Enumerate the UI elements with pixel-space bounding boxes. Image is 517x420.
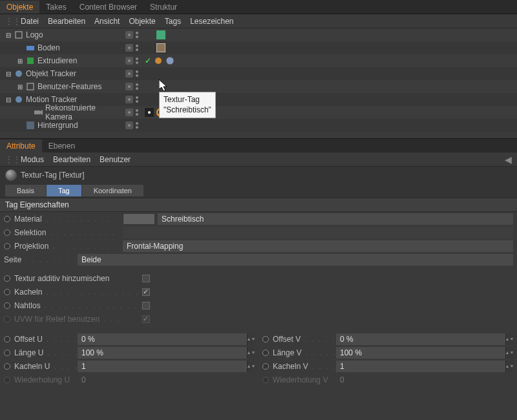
- target-tag-icon[interactable]: [145, 108, 154, 117]
- checkbox-textur-additiv[interactable]: [142, 275, 150, 282]
- sphere-tag-icon[interactable]: [165, 56, 174, 65]
- layer-flag-icon[interactable]: [125, 83, 133, 90]
- expander-icon[interactable]: ⊟: [5, 32, 12, 39]
- spinner-buttons[interactable]: ▲▼: [247, 333, 255, 345]
- menu-benutzer[interactable]: Benutzer: [100, 155, 131, 164]
- projektion-value[interactable]: Frontal-Mapping: [123, 240, 513, 252]
- spinner-buttons[interactable]: ▲▼: [505, 333, 513, 345]
- prop-offset-v: Offset V. . . . .0 %▲▼: [258, 332, 517, 346]
- tree-row-benutzer-features[interactable]: ⊞Benutzer-Features: [0, 80, 517, 93]
- visibility-dots-icon[interactable]: [136, 96, 142, 103]
- menu-modus[interactable]: Modus: [21, 155, 44, 164]
- offset-v-input[interactable]: 0 %: [336, 333, 505, 345]
- layer-flag-icon[interactable]: [125, 57, 133, 65]
- visibility-dots-icon[interactable]: [136, 57, 142, 65]
- material-value[interactable]: Schreibtisch: [158, 213, 513, 225]
- tree-row-hintergrund[interactable]: Hintergrund: [0, 119, 517, 132]
- seite-value[interactable]: Beide: [78, 254, 513, 266]
- spinner-buttons[interactable]: ▲▼: [247, 361, 255, 372]
- kacheln-u-input[interactable]: 1: [78, 361, 247, 372]
- prop-textur-additiv: Textur additiv hinzumischen: [0, 271, 517, 285]
- layer-flag-icon[interactable]: [125, 44, 133, 52]
- tab-objekte[interactable]: Objekte: [0, 1, 39, 14]
- subtab-basis[interactable]: Basis: [5, 185, 46, 196]
- subtab-koordinaten[interactable]: Koordinaten: [82, 185, 143, 196]
- menu-tags[interactable]: Tags: [165, 17, 181, 26]
- anim-dot-icon[interactable]: [4, 350, 10, 356]
- tab-content-browser[interactable]: Content Browser: [73, 1, 143, 14]
- tab-ebenen[interactable]: Ebenen: [42, 140, 81, 152]
- menu-datei[interactable]: Datei: [21, 17, 39, 26]
- menu-lesezeichen[interactable]: Lesezeichen: [190, 17, 233, 26]
- visibility-dots-icon[interactable]: [136, 44, 142, 52]
- visibility-dots-icon[interactable]: [136, 121, 142, 129]
- checkbox-kacheln[interactable]: [142, 288, 150, 296]
- object-tree: ⊟Logo Boden ⊞Extrudieren ✓ ⊟Objekt Track…: [0, 28, 517, 138]
- laenge-u-input[interactable]: 100 %: [78, 347, 247, 359]
- tab-struktur[interactable]: Struktur: [143, 1, 184, 14]
- layer-flag-icon[interactable]: [125, 70, 133, 78]
- tree-label: Boden: [37, 43, 60, 52]
- tree-row-objekt-tracker[interactable]: ⊟Objekt Tracker: [0, 67, 517, 80]
- anim-dot-icon[interactable]: [262, 336, 269, 342]
- spinner-buttons[interactable]: ▲▼: [505, 347, 513, 359]
- nav-back-icon[interactable]: ◀: [505, 154, 512, 165]
- visibility-dots-icon[interactable]: [136, 83, 142, 90]
- anim-dot-icon[interactable]: [4, 243, 10, 249]
- tab-attribute[interactable]: Attribute: [0, 140, 42, 152]
- svg-rect-1: [156, 30, 165, 39]
- material-swatch[interactable]: [123, 213, 155, 225]
- anim-dot-icon[interactable]: [262, 363, 269, 370]
- checkbox-nahtlos[interactable]: [142, 302, 150, 310]
- svg-point-7: [16, 70, 22, 77]
- anim-dot-icon[interactable]: [4, 229, 10, 236]
- prop-kacheln-u: Kacheln U. . . .1▲▼: [0, 359, 258, 373]
- anim-dot-icon[interactable]: [4, 302, 10, 309]
- tag-icon[interactable]: [154, 56, 163, 65]
- object-menu-bar: ⋮⋮ Datei Bearbeiten Ansicht Objekte Tags…: [0, 14, 517, 28]
- tree-row-boden[interactable]: Boden: [0, 41, 517, 54]
- tree-row-rekon-kamera[interactable]: Rekonstruierte Kamera: [0, 106, 517, 119]
- tag-icon[interactable]: [156, 30, 165, 39]
- texture-tag-icon[interactable]: [156, 43, 165, 52]
- tree-label: Motion Tracker: [26, 95, 77, 104]
- spinner-buttons[interactable]: ▲▼: [505, 361, 513, 372]
- menu-bearbeiten[interactable]: Bearbeiten: [53, 155, 90, 164]
- expander-icon[interactable]: ⊟: [5, 70, 12, 78]
- anim-dot-icon[interactable]: [4, 289, 10, 295]
- anim-dot-icon[interactable]: [4, 275, 10, 282]
- tooltip-name: "Schreibtisch": [164, 105, 211, 116]
- prop-selektion: Selektion. . . . . . . . . .: [0, 226, 517, 239]
- visibility-dots-icon[interactable]: [136, 109, 142, 116]
- layer-flag-icon[interactable]: [125, 121, 133, 129]
- offset-u-input[interactable]: 0 %: [78, 333, 247, 345]
- tree-row-extrudieren[interactable]: ⊞Extrudieren ✓: [0, 54, 517, 67]
- tree-label: Extrudieren: [37, 56, 77, 65]
- expander-icon[interactable]: ⊞: [17, 58, 23, 65]
- expander-icon[interactable]: ⊟: [5, 96, 12, 103]
- expander-icon[interactable]: ⊞: [17, 83, 23, 90]
- tree-row-logo[interactable]: ⊟Logo: [0, 28, 517, 41]
- menu-objekte[interactable]: Objekte: [129, 17, 155, 26]
- anim-dot-icon[interactable]: [4, 216, 10, 222]
- anim-dot-icon[interactable]: [4, 336, 10, 342]
- anim-dot-icon[interactable]: [262, 350, 269, 356]
- visibility-dots-icon[interactable]: [136, 31, 142, 39]
- layer-flag-icon[interactable]: [125, 31, 133, 39]
- visibility-dots-icon[interactable]: [136, 70, 142, 78]
- menu-bearbeiten[interactable]: Bearbeiten: [48, 17, 85, 26]
- layer-flag-icon[interactable]: [125, 109, 133, 116]
- layer-flag-icon[interactable]: [125, 96, 133, 103]
- subtab-tag[interactable]: Tag: [47, 185, 81, 196]
- enable-check-icon[interactable]: ✓: [145, 56, 151, 65]
- spinner-buttons[interactable]: ▲▼: [247, 347, 255, 359]
- laenge-v-input[interactable]: 100 %: [336, 347, 505, 359]
- anim-dot-icon[interactable]: [4, 363, 10, 370]
- menu-ansicht[interactable]: Ansicht: [94, 17, 120, 26]
- grip-icon: ⋮⋮: [5, 155, 12, 164]
- tab-takes[interactable]: Takes: [39, 1, 72, 14]
- prop-offset-u: Offset U. . . . .0 %▲▼: [0, 332, 258, 346]
- attribute-sub-tabs: Basis Tag Koordinaten: [0, 184, 517, 198]
- selektion-value[interactable]: [123, 227, 513, 238]
- kacheln-v-input[interactable]: 1: [336, 361, 505, 372]
